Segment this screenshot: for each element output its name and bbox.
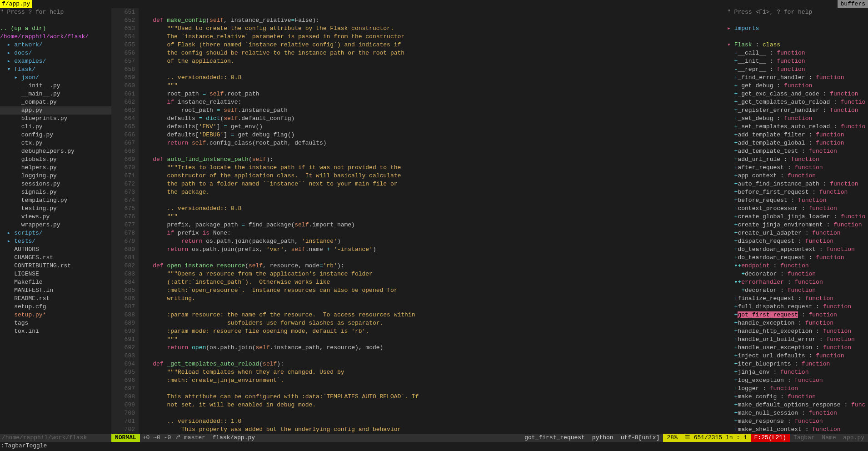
code-line[interactable]: .. versionadded:: 0.8: [139, 74, 727, 82]
tagbar-member[interactable]: +_register_error_handler : function: [727, 106, 868, 115]
code-line[interactable]: prefix, package_path = find_package(self…: [139, 221, 727, 229]
sidebar-item[interactable]: blueprints.py: [0, 115, 111, 123]
tagbar-member[interactable]: +jinja_env : function: [727, 368, 868, 376]
code-line[interactable]: """: [139, 82, 727, 90]
code-line[interactable]: [139, 385, 727, 393]
code-line[interactable]: root_path = self.root_path: [139, 90, 727, 98]
sidebar-item[interactable]: _compat.py: [0, 98, 111, 106]
code-line[interactable]: return os.path.join(prefix, 'var', self.…: [139, 246, 727, 254]
sidebar-item[interactable]: sessions.py: [0, 180, 111, 188]
sidebar-item[interactable]: CONTRIBUTING.rst: [0, 262, 111, 270]
tagbar-member[interactable]: +decorator : function: [727, 270, 868, 278]
tagbar-member[interactable]: ▾+endpoint : function: [727, 262, 868, 270]
sidebar-item[interactable]: ▸ docs/: [0, 49, 111, 57]
code-line[interactable]: def auto_find_instance_path(self):: [139, 155, 727, 164]
code-line[interactable]: """Opens a resource from the application…: [139, 270, 727, 278]
sidebar-item[interactable]: ▸ tests/: [0, 237, 111, 246]
code-line[interactable]: constructor of the application class. It…: [139, 172, 727, 180]
sidebar-item[interactable]: testing.py: [0, 205, 111, 213]
tagbar-member[interactable]: +got_first_request : function: [727, 311, 868, 319]
code-line[interactable]: root_path = self.instance_path: [139, 106, 727, 115]
tagbar-member[interactable]: +add_template_test : function: [727, 147, 868, 155]
tagbar-member[interactable]: +do_teardown_request : function: [727, 254, 868, 262]
tagbar-member[interactable]: +make_null_session : function: [727, 409, 868, 417]
code-line[interactable]: :meth:`open_resource`. Instance resource…: [139, 286, 727, 295]
sidebar-item[interactable]: MANIFEST.in: [0, 286, 111, 295]
buffers-button[interactable]: buffers: [838, 0, 868, 8]
sidebar-item[interactable]: signals.py: [0, 188, 111, 196]
code-line[interactable]: not set, it will be enabled in debug mod…: [139, 401, 727, 409]
tagbar-member[interactable]: +logger : function: [727, 385, 868, 393]
tagbar-member[interactable]: +context_processor : function: [727, 205, 868, 213]
tab-current[interactable]: f/app.py: [0, 0, 32, 8]
code-line[interactable]: """: [139, 213, 727, 221]
tagbar-member[interactable]: +_get_templates_auto_reload : functio: [727, 98, 868, 106]
sidebar-item[interactable]: cli.py: [0, 123, 111, 131]
tagbar-member[interactable]: +_get_debug : function: [727, 82, 868, 90]
code-line[interactable]: """: [139, 336, 727, 344]
tagbar-member[interactable]: +add_url_rule : function: [727, 155, 868, 164]
code-line[interactable]: [139, 409, 727, 417]
sidebar-item[interactable]: app.py: [0, 106, 111, 115]
tagbar-member[interactable]: +decorator : function: [727, 286, 868, 295]
sidebar-item[interactable]: README.rst: [0, 295, 111, 303]
code-line[interactable]: the package.: [139, 188, 727, 196]
sidebar-item[interactable]: ▸ examples/: [0, 57, 111, 65]
code-line[interactable]: defaults['ENV'] = get_env(): [139, 123, 727, 131]
code-line[interactable]: This attribute can be configured with :d…: [139, 393, 727, 401]
code-line[interactable]: return os.path.join(package_path, 'insta…: [139, 237, 727, 246]
tagbar-member[interactable]: +before_request : function: [727, 196, 868, 205]
tagbar-member[interactable]: +__init__ : function: [727, 57, 868, 65]
code-line[interactable]: :meth:`create_jinja_environment`.: [139, 376, 727, 385]
code-line[interactable]: def _get_templates_auto_reload(self):: [139, 360, 727, 368]
sidebar-item[interactable]: __init__.py: [0, 82, 111, 90]
sidebar-item[interactable]: debughelpers.py: [0, 147, 111, 155]
code-line[interactable]: .. versionadded:: 1.0: [139, 417, 727, 426]
code-line[interactable]: :param mode: resource file opening mode,…: [139, 327, 727, 336]
code-line[interactable]: [139, 147, 727, 155]
file-tree-sidebar[interactable]: " Press ? for help .. (up a dir) /home/r…: [0, 8, 111, 434]
code-line[interactable]: [139, 8, 727, 16]
code-line[interactable]: of the application.: [139, 57, 727, 65]
tagbar-member[interactable]: +handle_http_exception : function: [727, 327, 868, 336]
code-line[interactable]: return self.config_class(root_path, defa…: [139, 139, 727, 147]
sidebar-item[interactable]: ▸ json/: [0, 74, 111, 82]
code-line[interactable]: The `instance_relative` parameter is pas…: [139, 33, 727, 41]
tagbar-member[interactable]: +inject_url_defaults : function: [727, 352, 868, 360]
code-line[interactable]: """Reload templates when they are change…: [139, 368, 727, 376]
sidebar-item[interactable]: setup.cfg: [0, 303, 111, 311]
sidebar-item[interactable]: helpers.py: [0, 164, 111, 172]
code-line[interactable]: if instance_relative:: [139, 98, 727, 106]
tagbar-member[interactable]: +create_global_jinja_loader : functio: [727, 213, 868, 221]
tagbar-member[interactable]: +dispatch_request : function: [727, 237, 868, 246]
code-line[interactable]: """Tries to locate the instance path if …: [139, 164, 727, 172]
code-line[interactable]: :param resource: the name of the resourc…: [139, 311, 727, 319]
tagbar-member[interactable]: -__call__ : function: [727, 49, 868, 57]
sidebar-item[interactable]: AUTHORS: [0, 246, 111, 254]
tagbar-member[interactable]: +app_context : function: [727, 172, 868, 180]
code-line[interactable]: [139, 196, 727, 205]
code-line[interactable]: the config should be relative to the ins…: [139, 49, 727, 57]
code-line[interactable]: [139, 254, 727, 262]
tagbar-member[interactable]: +_get_exc_class_and_code : function: [727, 90, 868, 98]
code-line[interactable]: defaults = dict(self.default_config): [139, 115, 727, 123]
sidebar-item[interactable]: CHANGES.rst: [0, 254, 111, 262]
tagbar-member[interactable]: +handle_user_exception : function: [727, 344, 868, 352]
code-editor[interactable]: def make_config(self, instance_relative=…: [139, 8, 727, 434]
tagbar-member[interactable]: +_set_templates_auto_reload : functio: [727, 123, 868, 131]
code-line[interactable]: subfolders use forward slashes as separa…: [139, 319, 727, 327]
sidebar-item[interactable]: templating.py: [0, 196, 111, 205]
tagbar-member[interactable]: +auto_find_instance_path : function: [727, 180, 868, 188]
tagbar-member[interactable]: +add_template_filter : function: [727, 131, 868, 139]
sidebar-item[interactable]: Makefile: [0, 278, 111, 286]
code-line[interactable]: of Flask (there named `instance_relative…: [139, 41, 727, 49]
tagbar-member[interactable]: +add_template_global : function: [727, 139, 868, 147]
sidebar-item[interactable]: LICENSE: [0, 270, 111, 278]
tagbar-class[interactable]: ▾ Flask : class: [727, 41, 868, 49]
tagbar-imports[interactable]: ▸ imports: [727, 25, 868, 33]
sidebar-item[interactable]: setup.py*: [0, 311, 111, 319]
sidebar-item[interactable]: tox.ini: [0, 327, 111, 336]
tagbar-member[interactable]: +full_dispatch_request : function: [727, 303, 868, 311]
tagbar-member[interactable]: +after_request : function: [727, 164, 868, 172]
sidebar-item[interactable]: config.py: [0, 131, 111, 139]
